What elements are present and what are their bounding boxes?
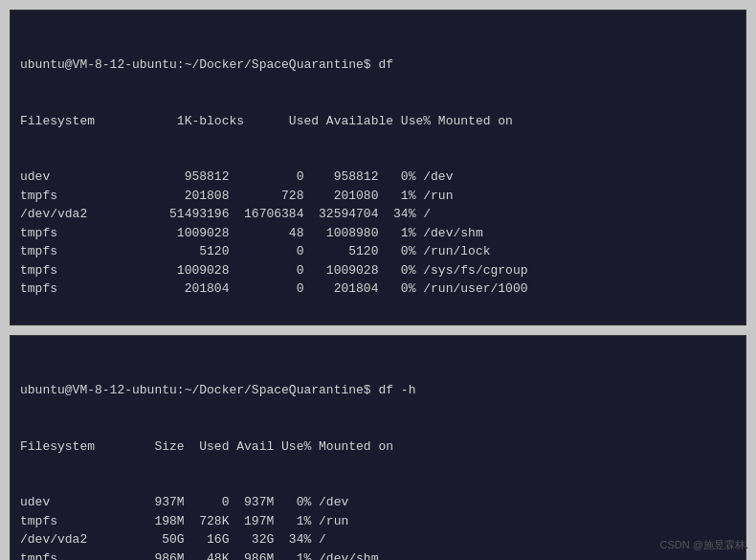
table-row: tmpfs 1009028 0 1009028 0% /sys/fs/cgrou… [20,261,736,280]
terminal-prompt-1: ubuntu@VM-8-12-ubuntu:~/Docker/SpaceQuar… [20,56,736,75]
table-row: tmpfs 5120 0 5120 0% /run/lock [20,242,736,261]
table-row: tmpfs 201804 0 201804 0% /run/user/1000 [20,280,736,299]
table-row: tmpfs 201808 728 201080 1% /run [20,187,736,206]
terminal-rows-2: udev 937M 0 937M 0% /devtmpfs 198M 728K … [20,493,736,560]
terminal-rows-1: udev 958812 0 958812 0% /devtmpfs 201808… [20,168,736,299]
terminal-header-2: Filesystem Size Used Avail Use% Mounted … [20,437,736,457]
watermark-label: CSDN @施昱霖林. [660,538,748,552]
table-row: udev 958812 0 958812 0% /dev [20,168,736,187]
terminal-block-2: ubuntu@VM-8-12-ubuntu:~/Docker/SpaceQuar… [10,335,746,560]
table-row: tmpfs 986M 48K 986M 1% /dev/shm [20,549,736,561]
table-row: tmpfs 198M 728K 197M 1% /run [20,512,736,531]
terminal-header-1: Filesystem 1K-blocks Used Available Use%… [20,112,736,131]
table-row: udev 937M 0 937M 0% /dev [20,493,736,512]
table-row: /dev/vda2 51493196 16706384 32594704 34%… [20,205,736,224]
table-row: /dev/vda2 50G 16G 32G 34% / [20,530,736,549]
terminal-prompt-2: ubuntu@VM-8-12-ubuntu:~/Docker/SpaceQuar… [20,381,736,400]
terminal-block-1: ubuntu@VM-8-12-ubuntu:~/Docker/SpaceQuar… [10,10,746,325]
table-row: tmpfs 1009028 48 1008980 1% /dev/shm [20,224,736,243]
